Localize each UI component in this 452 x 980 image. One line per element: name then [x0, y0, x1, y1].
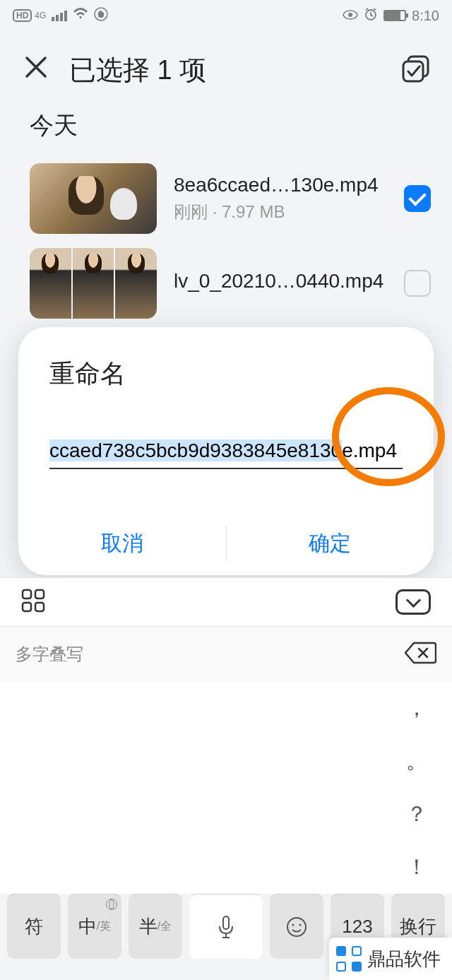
svg-rect-7 [23, 603, 31, 611]
signal-icon [52, 11, 67, 21]
section-today: 今天 [0, 102, 452, 156]
battery-icon [383, 10, 406, 21]
svg-rect-5 [23, 590, 31, 598]
file-item[interactable]: lv_0_20210…0440.mp4 [0, 241, 452, 326]
eye-icon [343, 8, 358, 24]
page-title: 已选择 1 项 [69, 52, 206, 88]
keyboard-toolbar [0, 577, 452, 627]
clock-time: 8:10 [412, 8, 439, 24]
input-extension: e.mp4 [342, 439, 397, 461]
file-name: lv_0_20210…0440.mp4 [174, 270, 387, 293]
file-meta: 刚刚 · 7.97 MB [174, 201, 387, 223]
key-halfwidth[interactable]: 半/全 [129, 894, 182, 959]
hd-icon: HD [13, 9, 32, 22]
backspace-icon[interactable] [404, 641, 436, 668]
hand-icon [94, 7, 108, 25]
key-comma[interactable]: ， [381, 682, 452, 735]
key-space[interactable] [189, 894, 263, 959]
svg-point-11 [292, 923, 295, 926]
svg-point-10 [287, 918, 306, 936]
video-thumbnail [30, 248, 157, 319]
suggestion-bar: 多字叠写 [0, 627, 452, 682]
svg-rect-9 [223, 916, 229, 929]
key-emoji[interactable] [270, 894, 323, 959]
key-period[interactable]: 。 [381, 735, 452, 788]
svg-rect-4 [403, 61, 423, 81]
rename-input[interactable]: ccaed738c5bcb9d9383845e8130e.mp4 [49, 434, 403, 469]
file-name: 8ea6ccaed…130e.mp4 [174, 174, 387, 196]
close-icon[interactable] [24, 55, 48, 85]
network-gen: 4G [35, 11, 46, 20]
svg-rect-6 [35, 590, 44, 598]
watermark-logo-icon [336, 946, 362, 972]
svg-point-1 [348, 13, 352, 17]
smile-icon [286, 916, 307, 938]
wifi-icon [73, 8, 88, 24]
select-all-icon[interactable] [401, 54, 431, 87]
cancel-button[interactable]: 取消 [18, 512, 226, 575]
selection-header: 已选择 1 项 [0, 31, 452, 102]
collapse-keyboard-icon[interactable] [396, 589, 431, 615]
key-question[interactable]: ？ [381, 788, 452, 841]
suggest-label: 多字叠写 [16, 643, 83, 666]
dialog-title: 重命名 [18, 357, 434, 391]
grid-icon[interactable] [21, 589, 45, 615]
svg-rect-8 [35, 603, 44, 611]
status-bar: HD 4G 8:10 [0, 0, 452, 31]
file-checkbox[interactable] [404, 185, 431, 212]
alarm-icon [364, 7, 378, 25]
key-language[interactable]: 中/英 [68, 894, 121, 959]
key-symbols[interactable]: 符 [7, 894, 61, 959]
rename-dialog: 重命名 ccaed738c5bcb9d9383845e8130e.mp4 取消 … [18, 327, 434, 575]
confirm-button[interactable]: 确定 [227, 512, 434, 575]
svg-point-12 [299, 923, 302, 926]
file-checkbox[interactable] [404, 270, 431, 297]
input-selection: ccaed738c5bcb9d9383845e8130 [49, 439, 342, 461]
mic-icon [216, 914, 236, 940]
watermark: 鼎品软件 [329, 938, 452, 980]
file-item[interactable]: 8ea6ccaed…130e.mp4 刚刚 · 7.97 MB [0, 156, 452, 241]
watermark-text: 鼎品软件 [367, 947, 441, 972]
key-exclaim[interactable]: ！ [381, 841, 452, 894]
globe-icon [106, 899, 117, 910]
handwriting-area[interactable]: ， 。 ？ ！ [0, 682, 452, 894]
video-thumbnail [30, 163, 157, 234]
